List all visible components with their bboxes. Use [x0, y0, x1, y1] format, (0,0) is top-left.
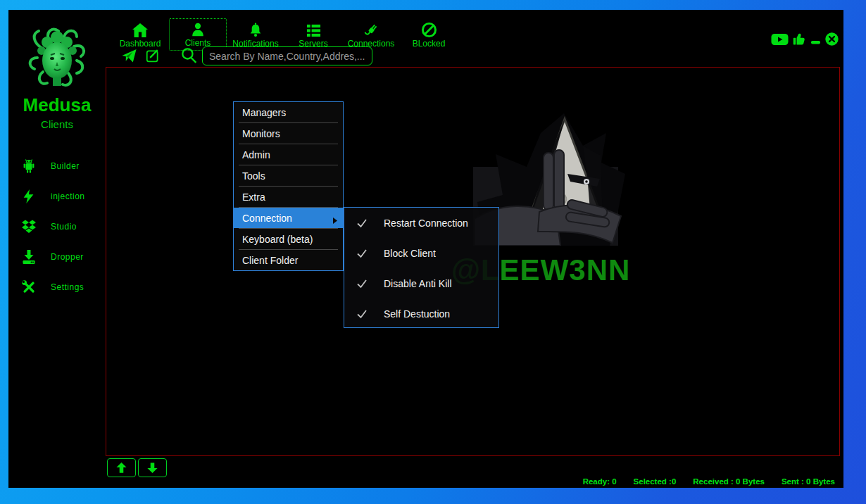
submenu-item-disable-anti-kill[interactable]: Disable Anti Kill — [344, 268, 498, 298]
tab-label: BLocked — [413, 39, 446, 49]
tab-blocked[interactable]: BLocked — [400, 18, 458, 51]
scroll-up-button[interactable] — [107, 458, 136, 477]
menu-item-extra[interactable]: Extra — [234, 187, 343, 207]
submenu-expand-arrow-icon — [333, 215, 337, 226]
menu-item-monitors[interactable]: Monitors — [234, 123, 343, 144]
submenu-item-label: Self Destuction — [384, 308, 450, 320]
pager-controls — [107, 458, 167, 477]
submenu-item-label: Block Client — [384, 248, 436, 259]
menu-item-tools[interactable]: Tools — [234, 165, 343, 186]
sidebar-item-injection[interactable]: injection — [20, 181, 104, 211]
window-controls — [771, 32, 839, 46]
sidebar-item-label: Dropper — [51, 252, 84, 262]
sidebar-menu: Builder injection Studio — [20, 151, 104, 302]
submenu-item-restart-connection[interactable]: Restart Connection — [344, 208, 498, 238]
menu-item-label: Connection — [242, 213, 292, 224]
bell-icon — [248, 21, 263, 38]
home-icon — [132, 21, 149, 38]
brand-title: Medusa — [8, 94, 106, 116]
tab-label: Dashboard — [120, 39, 161, 49]
lightning-icon — [20, 187, 38, 206]
submenu-item-self-destruction[interactable]: Self Destuction — [344, 298, 498, 329]
menu-item-admin[interactable]: Admin — [234, 144, 343, 165]
sidebar-item-settings[interactable]: Settings — [20, 272, 104, 302]
menu-item-label: Admin — [242, 149, 270, 160]
app-window: Medusa Clients Builder — [8, 10, 843, 488]
thumbs-up-icon[interactable] — [792, 32, 807, 46]
search-icon[interactable] — [180, 46, 198, 67]
menu-item-managers[interactable]: Managers — [234, 102, 343, 122]
context-menu: Managers Monitors Admin Tools Extra Conn… — [233, 101, 344, 271]
download-icon — [20, 248, 38, 266]
minimize-icon[interactable] — [810, 33, 821, 46]
menu-item-connection[interactable]: Connection — [234, 208, 343, 228]
medusa-logo-icon — [27, 27, 87, 92]
status-selected: Selected :0 — [634, 477, 677, 486]
user-icon — [190, 20, 206, 37]
arrow-up-icon — [115, 461, 128, 474]
sidebar-item-builder[interactable]: Builder — [20, 151, 104, 181]
menu-item-label: Extra — [242, 191, 265, 203]
submenu-item-label: Disable Anti Kill — [384, 278, 452, 289]
submenu-item-label: Restart Connection — [384, 218, 468, 229]
sidebar-item-label: Builder — [51, 161, 80, 171]
scroll-down-button[interactable] — [138, 458, 167, 477]
tools-icon — [20, 278, 38, 296]
brand-subtitle: Clients — [8, 118, 106, 130]
search-input[interactable] — [202, 46, 372, 65]
edit-icon[interactable] — [146, 48, 161, 65]
server-list-icon — [306, 21, 322, 38]
status-sent: Sent : 0 Bytes — [782, 477, 835, 486]
check-icon — [356, 247, 368, 260]
check-icon — [356, 217, 368, 229]
close-icon[interactable] — [824, 32, 839, 46]
menu-item-label: Keyboard (beta) — [242, 234, 313, 245]
sidebar-item-label: Studio — [51, 222, 77, 232]
menu-item-label: Managers — [242, 107, 286, 118]
submenu-item-block-client[interactable]: Block Client — [344, 238, 498, 268]
menu-item-keyboard[interactable]: Keyboard (beta) — [234, 229, 343, 249]
menu-item-label: Client Folder — [242, 255, 298, 266]
sidebar-item-label: Settings — [51, 282, 84, 292]
plug-icon — [363, 21, 379, 38]
arrow-down-icon — [146, 461, 159, 474]
menu-item-label: Monitors — [242, 128, 280, 139]
status-received: Received : 0 Bytes — [693, 477, 765, 486]
connection-submenu: Restart Connection Block Client Disable … — [344, 207, 499, 328]
clients-panel: @LEEW3NN Managers Monitors Admin Tools E… — [106, 67, 840, 456]
dropbox-icon — [20, 218, 38, 236]
check-icon — [356, 308, 368, 320]
block-icon — [421, 21, 437, 38]
sidebar: Medusa Clients Builder — [8, 10, 106, 488]
status-bar: Ready: 0 Selected :0 Received : 0 Bytes … — [583, 477, 835, 486]
tab-dashboard[interactable]: Dashboard — [111, 18, 169, 51]
menu-item-label: Tools — [242, 170, 265, 182]
status-ready: Ready: 0 — [583, 477, 617, 486]
sidebar-item-dropper[interactable]: Dropper — [20, 241, 104, 272]
check-icon — [356, 277, 368, 290]
youtube-icon[interactable] — [771, 33, 789, 46]
menu-item-client-folder[interactable]: Client Folder — [234, 250, 343, 270]
android-icon — [20, 157, 38, 175]
send-paper-plane-icon[interactable] — [121, 48, 137, 67]
sidebar-item-label: injection — [51, 191, 85, 201]
sidebar-item-studio[interactable]: Studio — [20, 211, 104, 241]
